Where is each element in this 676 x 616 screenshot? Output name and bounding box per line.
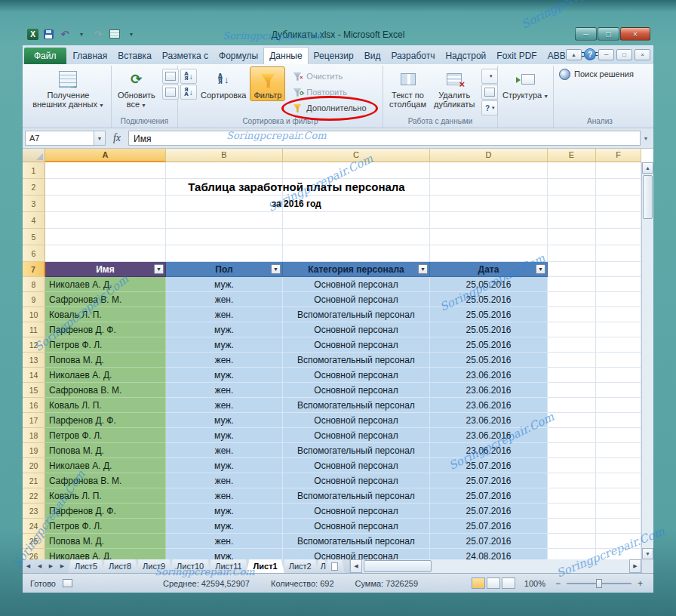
filter-dropdown-Пол[interactable]: ▼	[271, 264, 281, 274]
row-header-20[interactable]: 20	[23, 458, 45, 473]
cell-A19[interactable]: Попова М. Д.	[45, 443, 166, 458]
row-header-24[interactable]: 24	[23, 519, 45, 534]
cell-F18[interactable]	[596, 428, 641, 443]
cell-F13[interactable]	[596, 353, 641, 368]
cell-C25[interactable]: Вспомогательный персонал	[283, 534, 430, 549]
cell-D5[interactable]	[430, 229, 548, 245]
cell-B6[interactable]	[166, 245, 283, 262]
cell-B23[interactable]: муж.	[166, 504, 283, 519]
sheet-tab-Лист5[interactable]: Лист5	[68, 559, 104, 573]
cell-D15[interactable]: 23.06.2016	[430, 383, 548, 398]
cell-A20[interactable]: Николаев А. Д.	[45, 458, 166, 473]
cell-C26[interactable]: Основной персонал	[283, 549, 430, 559]
cell-E7[interactable]	[548, 262, 596, 277]
page-break-view-button[interactable]	[502, 578, 515, 589]
cell-F20[interactable]	[596, 458, 641, 473]
data-validation-button[interactable]: ▾	[481, 69, 498, 84]
cell-C20[interactable]: Основной персонал	[283, 458, 430, 473]
ribbon-tab-Данные[interactable]: Данные	[263, 47, 308, 64]
sort-ascending-button[interactable]: АЯ ↓	[180, 69, 197, 84]
row-header-3[interactable]: 3	[23, 196, 45, 212]
cell-D21[interactable]: 25.07.2016	[430, 473, 548, 488]
cell-B2[interactable]	[166, 179, 283, 196]
ribbon-tab-Главная[interactable]: Главная	[68, 48, 113, 64]
cell-F8[interactable]	[596, 277, 641, 292]
solver-button[interactable]: Поиск решения	[556, 66, 637, 82]
cell-E17[interactable]	[548, 413, 596, 428]
cell-B21[interactable]: жен.	[166, 473, 283, 488]
cell-B4[interactable]	[166, 212, 283, 229]
insert-function-button[interactable]: fx	[106, 132, 128, 144]
first-sheet-button[interactable]: ◀	[23, 559, 34, 573]
column-header-C[interactable]: C	[283, 149, 430, 162]
remove-duplicates-button[interactable]: Удалить дубликаты	[430, 66, 478, 110]
row-header-6[interactable]: 6	[23, 245, 45, 262]
cell-C21[interactable]: Основной персонал	[283, 473, 430, 488]
cell-F12[interactable]	[596, 337, 641, 353]
cell-E1[interactable]	[548, 162, 596, 179]
get-external-data-button[interactable]: Получение внешних данных▼	[29, 66, 108, 112]
table-header-cell-Пол[interactable]: Пол▼	[166, 262, 283, 277]
cell-F4[interactable]	[596, 212, 641, 229]
row-header-10[interactable]: 10	[23, 307, 45, 322]
cell-C3[interactable]	[283, 196, 430, 212]
scroll-left-arrow[interactable]: ◀	[350, 559, 362, 573]
filter-dropdown-Имя[interactable]: ▼	[154, 264, 164, 274]
ribbon-tab-Формулы[interactable]: Формулы	[214, 48, 263, 64]
row-header-17[interactable]: 17	[23, 413, 45, 428]
cell-A5[interactable]	[45, 229, 166, 245]
what-if-analysis-button[interactable]: ?▾	[481, 100, 498, 116]
scroll-up-arrow[interactable]: ▲	[642, 162, 653, 174]
cell-F9[interactable]	[596, 292, 641, 307]
macro-record-icon[interactable]	[63, 579, 72, 587]
cell-A2[interactable]	[45, 179, 166, 196]
cell-F16[interactable]	[596, 398, 641, 413]
row-header-12[interactable]: 12	[23, 337, 45, 353]
cell-F5[interactable]	[596, 229, 641, 245]
row-header-5[interactable]: 5	[23, 229, 45, 245]
row-header-2[interactable]: 2	[23, 179, 45, 196]
cell-F15[interactable]	[596, 383, 641, 398]
refresh-all-button[interactable]: ⟳ Обновить все▼	[114, 66, 159, 112]
cell-D9[interactable]: 25.05.2016	[430, 292, 548, 307]
cell-F22[interactable]	[596, 488, 641, 504]
consolidate-button[interactable]	[481, 85, 498, 100]
cell-C14[interactable]: Основной персонал	[283, 368, 430, 383]
sheet-tab-Лист9[interactable]: Лист9	[136, 559, 172, 573]
name-box-dropdown[interactable]: ▼	[94, 131, 106, 146]
cell-A11[interactable]: Парфенов Д. Ф.	[45, 322, 166, 337]
help-button[interactable]: ?	[584, 48, 596, 60]
cell-A25[interactable]: Попова М. Д.	[45, 534, 166, 549]
cell-C24[interactable]: Основной персонал	[283, 519, 430, 534]
cell-D16[interactable]: 23.06.2016	[430, 398, 548, 413]
cell-D23[interactable]: 25.07.2016	[430, 504, 548, 519]
cell-A3[interactable]	[45, 196, 166, 212]
ribbon-tab-Foxit PDF[interactable]: Foxit PDF	[491, 48, 542, 64]
cell-D14[interactable]: 23.06.2016	[430, 368, 548, 383]
workbook-close-button[interactable]: ×	[635, 49, 650, 60]
ribbon-tab-Рецензир[interactable]: Рецензир	[309, 48, 359, 64]
column-header-B[interactable]: B	[166, 149, 283, 162]
cell-E14[interactable]	[548, 368, 596, 383]
sort-button[interactable]: АЯ ↓ Сортировка	[197, 66, 250, 101]
cell-A6[interactable]	[45, 245, 166, 262]
cell-B22[interactable]: жен.	[166, 488, 283, 504]
cell-F10[interactable]	[596, 307, 641, 322]
cell-B8[interactable]: муж.	[166, 277, 283, 292]
cell-B3[interactable]	[166, 196, 283, 212]
row-header-1[interactable]: 1	[23, 162, 45, 179]
prev-sheet-button[interactable]: ◀	[34, 559, 45, 573]
cell-A16[interactable]: Коваль Л. П.	[45, 398, 166, 413]
cell-C6[interactable]	[283, 245, 430, 262]
cell-A24[interactable]: Петров Ф. Л.	[45, 519, 166, 534]
row-header-9[interactable]: 9	[23, 292, 45, 307]
cell-A12[interactable]: Петров Ф. Л.	[45, 337, 166, 353]
ribbon-tab-Надстрой[interactable]: Надстрой	[440, 48, 491, 64]
cell-F1[interactable]	[596, 162, 641, 179]
cell-F19[interactable]	[596, 443, 641, 458]
close-button[interactable]: ×	[620, 27, 650, 41]
cell-D24[interactable]: 25.07.2016	[430, 519, 548, 534]
cell-D20[interactable]: 25.07.2016	[430, 458, 548, 473]
cell-F3[interactable]	[596, 196, 641, 212]
table-header-cell-Дата[interactable]: Дата▼	[430, 262, 548, 277]
